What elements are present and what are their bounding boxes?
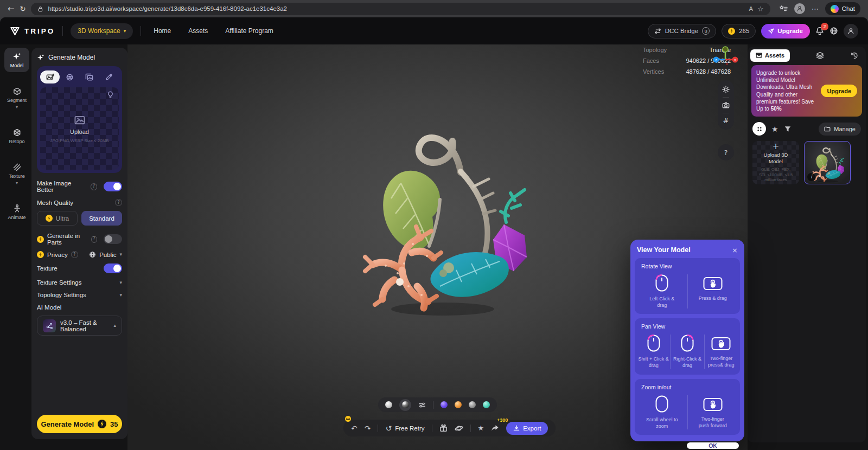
banner-upgrade-button[interactable]: Upgrade xyxy=(821,85,857,97)
help-icon[interactable]: ? xyxy=(91,236,97,243)
tab-text-to-3d[interactable] xyxy=(99,70,119,83)
banner-text: Upgrade to unlock Unlimited Model Downlo… xyxy=(756,69,818,112)
close-icon[interactable]: × xyxy=(732,247,738,254)
ok-button[interactable]: OK xyxy=(687,442,739,449)
copilot-chat-button[interactable]: Chat xyxy=(825,2,860,15)
chevron-down-icon[interactable]: ▾ xyxy=(119,252,122,257)
browser-back-button[interactable]: ← xyxy=(8,5,15,13)
image-upload-dropzone[interactable]: Upload JPG,PNG,WEBP Size ≤ 20MB xyxy=(40,87,119,170)
material-preview-bar xyxy=(378,397,497,412)
manage-button[interactable]: Manage xyxy=(819,123,861,136)
favorites-filter-icon[interactable]: ★ xyxy=(771,125,778,133)
address-bar[interactable]: https://studio.tripo3d.ai/workspace/gene… xyxy=(31,3,770,15)
manage-label: Manage xyxy=(834,126,856,132)
help-icon[interactable]: ? xyxy=(115,199,122,206)
tab-image-to-3d[interactable] xyxy=(40,70,60,83)
material-sphere-teal[interactable] xyxy=(483,401,490,408)
generate-model-button[interactable]: Generate Model 35 xyxy=(37,415,122,433)
asset-thumbnail-selected[interactable]: i xyxy=(804,141,851,184)
grid-view-button[interactable] xyxy=(752,122,766,136)
favorite-star-icon[interactable]: ☆ xyxy=(757,5,764,12)
generate-in-parts-toggle[interactable] xyxy=(104,234,122,244)
browser-profile-avatar[interactable] xyxy=(794,3,805,14)
tips-bulb-icon[interactable] xyxy=(107,91,114,98)
credits-value: 265 xyxy=(739,28,749,34)
mesh-quality-ultra-button[interactable]: Ultra xyxy=(37,211,78,226)
texture-settings-row[interactable]: Texture Settings ▾ xyxy=(37,279,122,286)
tab-assets[interactable]: Assets xyxy=(750,49,790,62)
credits-counter[interactable]: 265 xyxy=(722,24,756,38)
section-title: Rotate View xyxy=(641,263,738,269)
free-retry-button[interactable]: ↺ Free Retry xyxy=(385,425,424,432)
globe-icon xyxy=(89,251,96,258)
material-sphere-clay-selected[interactable] xyxy=(399,399,411,411)
model-3d[interactable] xyxy=(348,107,532,319)
rail-item-segment[interactable]: Segment ▾ xyxy=(4,83,29,113)
collections-icon[interactable] xyxy=(779,5,788,12)
gift-icon xyxy=(439,424,448,432)
rail-item-model[interactable]: Model xyxy=(4,48,29,72)
rail-item-retopo[interactable]: Retopo xyxy=(4,124,29,148)
tripo-logo[interactable]: TRIPO xyxy=(10,26,55,36)
display-settings-icon[interactable] xyxy=(418,401,426,409)
panel-title: Generate Model xyxy=(48,54,95,61)
rail-label: Segment xyxy=(7,98,27,103)
dcc-bridge-button[interactable]: DCC Bridge u xyxy=(648,24,716,38)
upload-3d-model-tile[interactable]: + Upload 3D Model GLB, OBJ, FBX, STL ≤10… xyxy=(752,141,799,184)
axis-gizmo[interactable]: x z xyxy=(710,44,741,75)
rail-item-texture[interactable]: Texture ▾ xyxy=(4,159,29,189)
browser-refresh-button[interactable]: ↻ xyxy=(20,5,26,12)
favorite-button[interactable]: ★ xyxy=(478,425,484,432)
workspace-switcher[interactable]: 3D Workspace ▾ xyxy=(71,23,133,39)
undo-button[interactable]: ↶ xyxy=(351,425,358,432)
material-sphere-iridescent[interactable] xyxy=(441,401,448,408)
filter-icon[interactable] xyxy=(784,125,792,133)
language-globe-icon[interactable] xyxy=(829,27,838,35)
assets-tab-label: Assets xyxy=(765,52,784,59)
engine-badge-icon: u xyxy=(702,27,710,35)
material-sphere-white[interactable] xyxy=(385,401,392,408)
notifications-button[interactable]: 2 xyxy=(815,27,824,35)
topology-settings-row[interactable]: Topology Settings ▾ xyxy=(37,292,122,298)
material-sphere-silver[interactable] xyxy=(469,401,476,408)
grid-icon[interactable]: # xyxy=(723,117,729,124)
nav-link-assets[interactable]: Assets xyxy=(188,27,208,35)
share-button[interactable]: +300 xyxy=(491,424,499,432)
help-icon[interactable]: ? xyxy=(91,183,97,190)
pencil-icon xyxy=(105,73,113,81)
chevron-down-icon: ▾ xyxy=(119,280,122,285)
nav-link-affiliate[interactable]: Affiliate Program xyxy=(225,27,273,35)
privacy-value[interactable]: Public xyxy=(99,252,116,258)
texture-toggle[interactable] xyxy=(104,263,122,273)
make-image-better-toggle[interactable] xyxy=(104,182,122,191)
texture-settings-label: Texture Settings xyxy=(37,279,81,286)
screenshot-camera-icon[interactable] xyxy=(722,101,730,109)
topology-stat-label: Topology xyxy=(643,47,667,53)
mouse-right-click-icon xyxy=(681,335,694,352)
export-button[interactable]: Export xyxy=(506,422,548,435)
account-avatar[interactable] xyxy=(844,24,858,38)
help-icon[interactable]: ? xyxy=(71,251,78,258)
tab-batch-images[interactable] xyxy=(80,70,99,83)
tab-layers[interactable] xyxy=(816,52,824,60)
nav-link-home[interactable]: Home xyxy=(154,27,171,35)
faces-stat-label: Faces xyxy=(643,57,667,64)
gift-button[interactable] xyxy=(439,424,448,432)
tab-history[interactable] xyxy=(850,52,858,60)
rail-item-animate[interactable]: Animate xyxy=(4,200,29,224)
divider xyxy=(62,26,63,36)
ai-model-dropdown[interactable]: v3.0 – Fast & Balanced ▴ xyxy=(37,316,122,336)
3d-print-button[interactable] xyxy=(455,424,463,433)
read-aloud-icon[interactable]: A xyxy=(749,6,754,12)
mesh-quality-standard-button[interactable]: Standard xyxy=(81,211,122,226)
brightness-icon[interactable] xyxy=(722,86,730,93)
generate-in-parts-row: Generate in Parts ? xyxy=(37,233,122,246)
redo-button[interactable]: ↷ xyxy=(365,425,371,432)
upgrade-button[interactable]: Upgrade xyxy=(761,24,810,38)
chevron-down-icon: ▾ xyxy=(124,29,126,34)
coin-icon xyxy=(728,28,735,35)
browser-menu-icon[interactable]: ⋯ xyxy=(812,5,819,12)
material-sphere-gold[interactable] xyxy=(455,401,462,408)
help-button[interactable]: ? xyxy=(718,144,734,160)
tab-multiview-to-3d[interactable] xyxy=(60,70,79,83)
